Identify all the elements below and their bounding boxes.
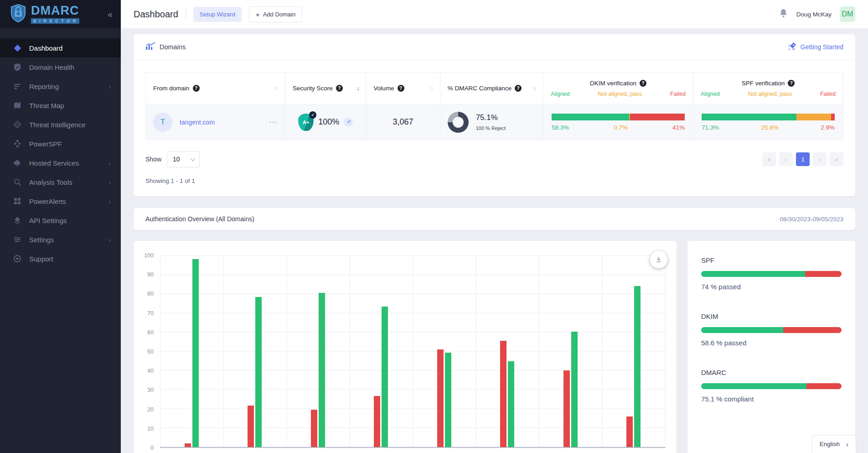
volume-value: 3,067 — [373, 117, 432, 127]
col-spf-verification: SPF verification Aligned Not aligned, pa… — [693, 73, 843, 104]
chevron-right-icon: › — [108, 159, 111, 167]
chevron-right-icon: › — [108, 178, 111, 186]
check-badge-icon: ✓ — [309, 111, 316, 119]
pagination-first-button[interactable]: « — [762, 152, 776, 166]
help-icon[interactable] — [788, 80, 795, 87]
bar-failed — [311, 410, 317, 447]
y-tick-label: 10 — [147, 426, 154, 432]
bar-failed — [563, 370, 570, 447]
external-link-icon[interactable]: ↗ — [344, 118, 353, 127]
bar-passed — [571, 332, 578, 447]
y-tick-label: 40 — [147, 368, 154, 374]
chart-plot — [160, 255, 666, 448]
bar-passed — [445, 353, 451, 447]
dmarc-failed-segment — [806, 383, 842, 389]
security-shield-icon: A+ ✓ — [298, 114, 314, 131]
sidebar-item-dashboard[interactable]: Dashboard — [0, 38, 121, 57]
help-icon[interactable] — [640, 80, 646, 87]
help-icon[interactable] — [193, 85, 200, 92]
spf-notaligned-label: Not aligned, pass — [748, 91, 792, 97]
spf-failed-segment — [831, 114, 835, 120]
sort-icon-active[interactable]: ↑↓ — [355, 85, 358, 92]
help-icon[interactable] — [515, 85, 522, 92]
sidebar-item-settings[interactable]: Settings › — [0, 230, 121, 249]
spf-aligned-value: 71.3% — [702, 124, 719, 131]
sidebar-item-threat-map[interactable]: Threat Map — [0, 96, 121, 115]
summary-dmarc-bar — [701, 383, 842, 389]
dkim-notaligned-value: 0.7% — [614, 124, 628, 131]
help-icon[interactable] — [336, 85, 343, 92]
summary-spf-caption: 74 % passed — [701, 283, 842, 291]
spf-notaligned-segment — [796, 114, 831, 120]
pagination-page-1-button[interactable]: 1 — [796, 152, 810, 166]
pagination-prev-button[interactable]: ‹ — [779, 152, 793, 166]
bar-passed — [508, 361, 514, 447]
magnifier-icon — [13, 178, 22, 186]
dashboard-icon — [13, 44, 22, 52]
pagination-last-button[interactable]: » — [830, 152, 843, 166]
dkim-passed-segment — [701, 327, 783, 333]
cloud-icon — [13, 159, 22, 167]
help-icon[interactable] — [398, 85, 404, 92]
notifications-bell-icon[interactable] — [779, 8, 788, 21]
summary-spf-label: SPF — [701, 256, 842, 264]
dmarc-compliant-segment — [701, 383, 806, 389]
getting-started-link[interactable]: Getting Started — [788, 42, 843, 52]
sidebar-item-powerspf[interactable]: PowerSPF — [0, 134, 121, 153]
user-avatar[interactable]: DM — [840, 6, 855, 22]
grid-icon — [13, 197, 22, 205]
report-lines-icon — [13, 82, 22, 90]
sidebar-item-hosted-services[interactable]: Hosted Services › — [0, 153, 121, 172]
dkim-aligned-label: Aligned — [551, 91, 570, 97]
sidebar-item-domain-health[interactable]: Domain Health — [0, 57, 121, 77]
sidebar-collapse-icon[interactable]: « — [108, 9, 113, 20]
col-volume: Volume ↑↓ — [366, 73, 440, 104]
summary-dmarc-caption: 75.1 % compliant — [701, 395, 842, 403]
dkim-aligned-segment — [552, 114, 629, 120]
sidebar-item-poweralerts[interactable]: PowerAlerts › — [0, 192, 121, 211]
setup-wizard-button[interactable]: Setup Wizard — [193, 7, 242, 22]
add-domain-button[interactable]: + Add Domain — [249, 6, 302, 22]
lifering-icon — [13, 255, 22, 263]
spf-notaligned-value: 25.8% — [761, 124, 779, 131]
bar-group — [160, 256, 223, 447]
spf-failed-value: 2.9% — [821, 124, 835, 131]
x-tick-label: 03/09/2023 — [476, 451, 539, 453]
sidebar-item-threat-intelligence[interactable]: Threat Intelligence — [0, 115, 121, 134]
x-tick-label: 05/09/2023 — [602, 451, 666, 453]
sidebar-item-reporting[interactable]: Reporting › — [0, 77, 121, 96]
sidebar-item-analysis-tools[interactable]: Analysis Tools › — [0, 172, 121, 192]
sidebar-menu: Dashboard Domain Health Reporting › Thre… — [0, 28, 121, 268]
x-tick-label: 30/08/2023 — [223, 451, 287, 453]
brand-shield-icon — [10, 4, 26, 24]
y-tick-label: 50 — [147, 349, 154, 355]
page-title: Dashboard — [134, 9, 178, 20]
language-selector[interactable]: English › — [812, 435, 856, 453]
show-label: Show — [145, 156, 161, 163]
auth-overview-date-range[interactable]: 08/30/2023-09/05/2023 — [780, 216, 843, 223]
map-icon — [13, 101, 22, 109]
y-tick-label: 80 — [147, 291, 154, 297]
compliance-policy: 100 % Reject — [476, 125, 506, 131]
top-bar: Dashboard Setup Wizard + Add Domain Doug… — [121, 0, 868, 28]
sort-icon[interactable]: ↑↓ — [532, 85, 536, 92]
chart-download-button[interactable] — [650, 251, 667, 268]
sort-icon[interactable]: ↑↓ — [429, 85, 433, 92]
chevron-right-icon: › — [108, 198, 111, 205]
x-tick-label: 01/09/2023 — [350, 451, 413, 453]
y-tick-label: 90 — [147, 271, 154, 278]
dkim-notaligned-label: Not aligned, pass — [598, 91, 642, 97]
pagination-next-button[interactable]: › — [813, 152, 827, 166]
bar-group — [223, 256, 287, 447]
domain-link[interactable]: tangent.com — [180, 119, 215, 126]
page-size-select[interactable]: 10 — [167, 151, 200, 167]
sidebar-item-api-settings[interactable]: API Settings — [0, 211, 121, 230]
y-tick-label: 70 — [147, 310, 154, 317]
row-menu-dots-icon[interactable]: ⋯ — [269, 117, 278, 127]
summary-dmarc: DMARC 75.1 % compliant — [701, 369, 842, 403]
x-tick-label: 02/09/2023 — [413, 451, 476, 453]
sort-icon[interactable]: ↑↓ — [274, 85, 278, 92]
dkim-failed-segment — [783, 327, 842, 333]
spf-aligned-label: Aligned — [701, 91, 720, 97]
sidebar-item-support[interactable]: Support — [0, 249, 121, 268]
